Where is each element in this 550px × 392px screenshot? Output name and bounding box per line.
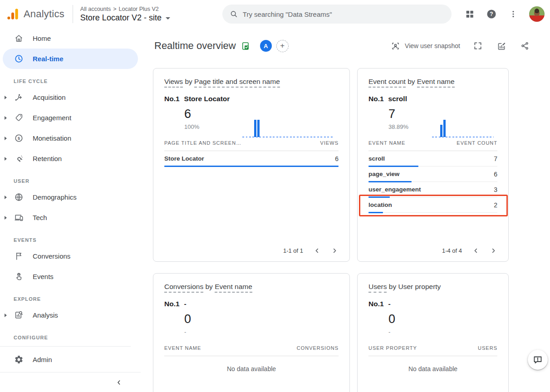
search-icon (230, 10, 238, 19)
pagination-range: 1-4 of 4 (442, 247, 462, 254)
rank-value: scroll (388, 95, 407, 103)
metric-percent: - (184, 328, 339, 335)
sidebar-nav: HomeReal-timeLIFE CYCLEAcquisitionEngage… (0, 28, 141, 373)
data-quality-icon[interactable] (241, 42, 250, 50)
search-input[interactable] (243, 10, 444, 18)
row-proportion-bar (368, 212, 383, 213)
expand-arrow-icon[interactable] (5, 96, 7, 99)
row-value: 7 (494, 155, 497, 162)
card-title-metric[interactable]: Users (368, 283, 387, 293)
row-value: 6 (335, 155, 339, 162)
card-title-metric[interactable]: Views (164, 78, 183, 88)
property-switcher[interactable]: Store Locator V2 - site (80, 13, 170, 23)
card-title-dimension[interactable]: Event name (215, 283, 252, 293)
expand-arrow-icon[interactable] (5, 216, 7, 220)
chart-bar (257, 120, 260, 137)
expand-arrow-icon[interactable] (5, 157, 7, 161)
card-title-connector: by (183, 78, 194, 85)
row-label: user_engagement (368, 186, 421, 193)
rank-value: - (388, 300, 391, 308)
magnet-icon (14, 154, 24, 164)
sidebar-item-admin[interactable]: Admin (0, 349, 141, 370)
sidebar-item-tech[interactable]: Tech (0, 207, 141, 228)
breadcrumb-property-group[interactable]: Locator Plus V2 (119, 6, 159, 12)
top-rank-row: No.1- (164, 300, 339, 308)
topbar-actions: ? (464, 0, 545, 28)
mini-bar-chart (242, 118, 334, 137)
card-views-by-page-title-and-screen-name: Views by Page title and screen nameNo.1S… (153, 68, 350, 262)
rank-label: No.1 (164, 95, 180, 103)
no-data-message: No data available (164, 356, 339, 372)
sidebar-item-monetisation[interactable]: $Monetisation (0, 128, 141, 148)
column-header-metric: USERS (478, 345, 497, 351)
table-row[interactable]: location2 (368, 197, 497, 213)
sidebar-item-label: Engagement (33, 114, 71, 122)
add-comparison-button[interactable]: + (276, 40, 289, 52)
apps-grid-icon[interactable] (464, 8, 476, 20)
column-header-metric: VIEWS (320, 140, 339, 146)
sidebar-item-label: Analysis (33, 311, 58, 319)
sidebar-item-engagement[interactable]: Engagement (0, 108, 141, 128)
expand-arrow-icon[interactable] (5, 116, 7, 120)
card-title-dimension[interactable]: Page title and screen name (194, 78, 280, 88)
expand-arrow-icon[interactable] (5, 314, 7, 317)
sidebar-item-label: Admin (33, 356, 52, 363)
pagination-next-icon[interactable] (490, 247, 497, 255)
column-header-metric: EVENT COUNT (457, 140, 497, 146)
sidebar-item-label: Real-time (33, 55, 64, 63)
table-row[interactable]: page_view6 (368, 167, 497, 182)
sidebar-item-real-time[interactable]: Real-time (3, 49, 138, 69)
collapse-sidebar-button[interactable] (115, 379, 123, 386)
sidebar-item-retention[interactable]: Retention (0, 148, 141, 169)
clock-icon (14, 54, 24, 64)
share-icon[interactable] (519, 40, 531, 52)
comparison-badge-a[interactable]: A (260, 40, 272, 52)
breadcrumb-account[interactable]: All accounts (80, 6, 111, 12)
card-title-metric[interactable]: Conversions (164, 283, 203, 293)
sidebar-item-events[interactable]: Events (0, 266, 141, 287)
table-row[interactable]: user_engagement3 (368, 182, 497, 197)
sidebar-section-explore: EXPLORE (0, 287, 141, 305)
avatar[interactable] (529, 6, 545, 22)
expand-arrow-icon[interactable] (5, 196, 7, 199)
sidebar-item-conversions[interactable]: Conversions (0, 246, 141, 266)
view-user-snapshot-label: View user snapshot (405, 42, 460, 49)
sidebar-item-demographics[interactable]: Demographics (0, 187, 141, 207)
table-row[interactable]: scroll7 (368, 151, 497, 167)
search-bar[interactable] (222, 5, 452, 24)
feedback-button[interactable] (528, 350, 548, 370)
sidebar-item-analysis[interactable]: Analysis (0, 305, 141, 325)
expand-arrow-icon[interactable] (5, 137, 7, 140)
sidebar-item-acquisition[interactable]: Acquisition (0, 87, 141, 108)
report-actions: View user snapshot (391, 40, 531, 52)
row-value: 6 (494, 171, 497, 178)
card-title-dimension[interactable]: Event name (417, 78, 455, 88)
svg-text:$: $ (17, 136, 20, 141)
analytics-logo[interactable] (6, 8, 19, 20)
kebab-menu-icon[interactable] (507, 8, 519, 20)
pagination-prev-icon[interactable] (472, 247, 480, 255)
sidebar-item-label: Monetisation (33, 134, 71, 142)
fullscreen-icon[interactable] (472, 40, 484, 52)
row-label: scroll (368, 155, 385, 162)
card-title-metric[interactable]: Event count (368, 78, 406, 88)
customize-report-icon[interactable] (496, 40, 507, 52)
sidebar-item-label: Tech (33, 214, 47, 221)
card-title: Event count by Event name (368, 78, 497, 86)
pagination-prev-icon[interactable] (313, 247, 321, 255)
pagination-next-icon[interactable] (331, 247, 339, 255)
table-row[interactable]: Store Locator6 (164, 151, 339, 167)
sidebar-item-home[interactable]: Home (0, 28, 141, 49)
view-user-snapshot-button[interactable]: View user snapshot (391, 41, 460, 51)
chevron-left-icon (115, 379, 123, 386)
sidebar-item-label: Retention (33, 155, 62, 162)
chart-bar (440, 125, 442, 137)
help-icon[interactable]: ? (486, 8, 497, 20)
breadcrumb: All accounts > Locator Plus V2 (80, 6, 170, 12)
home-icon (14, 34, 24, 44)
column-header-dimension: PAGE TITLE AND SCREEN… (164, 140, 241, 146)
sidebar-item-label: Acquisition (33, 93, 66, 101)
card-title-dimension[interactable]: User property (398, 283, 441, 290)
top-rank-row: No.1scroll (368, 95, 497, 103)
table-header-row: PAGE TITLE AND SCREEN…VIEWS (164, 140, 339, 151)
